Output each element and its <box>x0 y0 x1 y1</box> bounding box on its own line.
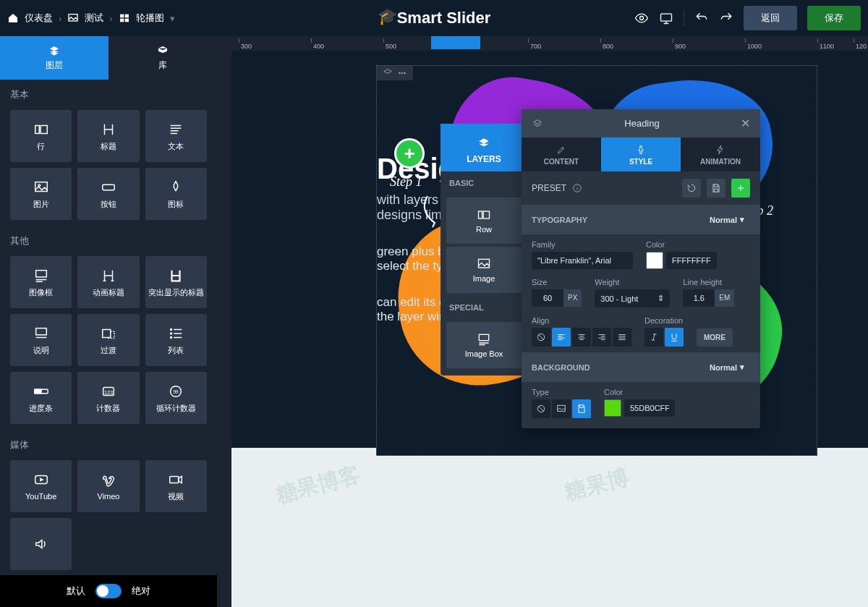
item-list[interactable]: 列表 <box>145 314 207 366</box>
tab-animation[interactable]: ANIMATION <box>681 137 760 171</box>
align-none-icon[interactable] <box>532 328 550 347</box>
align-label: Align <box>532 316 631 325</box>
popup-title: Heading <box>543 118 741 129</box>
position-toggle[interactable] <box>95 584 122 598</box>
item-circcounter[interactable]: 99循环计数器 <box>145 372 207 424</box>
align-right-icon[interactable] <box>592 328 611 347</box>
svg-rect-13 <box>35 328 46 335</box>
item-heading[interactable]: 标题 <box>77 110 139 162</box>
layers-panel-header[interactable]: LAYERS <box>441 124 527 171</box>
close-icon[interactable]: ✕ <box>741 116 750 130</box>
layer-item-row[interactable]: Row <box>446 198 522 244</box>
item-text[interactable]: 文本 <box>145 110 207 162</box>
svg-point-28 <box>404 72 406 74</box>
typography-state-select[interactable]: Normal ▾ <box>704 212 750 227</box>
weight-select[interactable]: 300 - Light⇕ <box>595 289 670 307</box>
svg-point-16 <box>171 333 172 334</box>
layers-special-section: SPECIAL <box>441 296 527 319</box>
panel-footer: 默认 绝对 <box>0 575 217 607</box>
family-label: Family <box>532 240 633 249</box>
tab-style[interactable]: STYLE <box>601 137 681 171</box>
section-other: 其他 <box>0 226 217 256</box>
item-counter[interactable]: 123计数器 <box>77 372 139 424</box>
topbar: 仪表盘 › 测试 › 轮播图 ▾ 🎓Smart Slider 返回 保存 <box>0 0 868 36</box>
italic-icon[interactable] <box>644 328 663 347</box>
reset-icon[interactable] <box>682 179 701 198</box>
svg-rect-2 <box>124 14 128 18</box>
color-swatch[interactable] <box>646 252 663 269</box>
item-button[interactable]: 按钮 <box>77 168 139 220</box>
align-justify-icon[interactable] <box>613 328 631 347</box>
bgcolor-input[interactable] <box>624 399 675 417</box>
slide[interactable]: 轮播图▾ Design with layers anddesigns limit… <box>376 65 817 456</box>
svg-text:99: 99 <box>174 389 179 394</box>
item-youtube[interactable]: YouTube <box>10 460 72 512</box>
info-icon[interactable] <box>572 183 582 193</box>
background-state-select[interactable]: Normal ▾ <box>704 360 750 375</box>
svg-text:123: 123 <box>104 389 113 396</box>
canvas[interactable]: 轮播图▾ Design with layers anddesigns limit… <box>231 51 868 448</box>
underline-icon[interactable] <box>665 328 684 347</box>
item-highlightheading[interactable]: 突出显示的标题 <box>145 256 207 308</box>
svg-rect-1 <box>120 14 124 18</box>
ruler-vertical <box>217 51 231 607</box>
background-label: BACKGROUND <box>532 363 590 372</box>
color-input[interactable] <box>666 252 717 269</box>
more-button[interactable]: MORE <box>697 328 733 347</box>
size-input[interactable] <box>532 289 563 307</box>
typography-label: TYPOGRAPHY <box>532 216 587 224</box>
app-logo: 🎓Smart Slider <box>378 9 491 27</box>
bg-color-icon[interactable] <box>572 399 591 418</box>
layer-item-imagebox[interactable]: Image Box <box>446 322 522 368</box>
item-imagebox[interactable]: 图像框 <box>10 256 72 308</box>
item-image[interactable]: 图片 <box>10 168 72 220</box>
item-transition[interactable]: 过渡 <box>77 314 139 366</box>
bgcolor-swatch[interactable] <box>604 399 621 417</box>
bg-image-icon[interactable] <box>552 399 571 418</box>
dots-icon[interactable] <box>397 68 407 78</box>
item-audio[interactable] <box>10 518 72 570</box>
svg-rect-8 <box>41 125 47 133</box>
align-left-icon[interactable] <box>552 328 571 347</box>
item-row[interactable]: 行 <box>10 110 72 162</box>
svg-rect-6 <box>661 14 672 21</box>
item-video[interactable]: 视频 <box>145 460 207 512</box>
breadcrumb-carousel[interactable]: 轮播图 <box>136 12 164 25</box>
save-preset-icon[interactable] <box>707 179 726 198</box>
dropdown-icon[interactable]: ▾ <box>170 13 175 24</box>
save-button[interactable]: 保存 <box>807 6 861 30</box>
svg-rect-19 <box>34 389 41 394</box>
layers-icon[interactable] <box>383 68 393 78</box>
align-center-icon[interactable] <box>572 328 591 347</box>
device-icon[interactable] <box>659 11 673 25</box>
section-basic: 基本 <box>0 80 217 110</box>
item-progress[interactable]: 进度条 <box>10 372 72 424</box>
breadcrumb-test[interactable]: 测试 <box>85 12 103 25</box>
family-input[interactable] <box>532 252 633 269</box>
lineheight-input[interactable] <box>683 289 715 307</box>
image-icon <box>67 12 79 24</box>
layer-item-image[interactable]: Image <box>446 247 522 293</box>
bg-none-icon[interactable] <box>532 399 550 418</box>
tab-library[interactable]: 库 <box>109 36 217 80</box>
add-layer-button[interactable]: + <box>394 138 425 169</box>
return-button[interactable]: 返回 <box>744 6 797 30</box>
item-icon[interactable]: 图标 <box>145 168 207 220</box>
svg-point-17 <box>171 337 172 339</box>
layers-icon[interactable] <box>532 119 543 129</box>
item-desc[interactable]: 说明 <box>10 314 72 366</box>
add-preset-button[interactable] <box>731 179 750 198</box>
svg-rect-12 <box>35 271 46 277</box>
item-vimeo[interactable]: Vimeo <box>77 460 139 512</box>
tab-content[interactable]: CONTENT <box>522 137 601 171</box>
main-area: 300 400 500 600 700 800 900 1000 1100 12… <box>217 36 868 607</box>
breadcrumb-dashboard[interactable]: 仪表盘 <box>25 12 53 25</box>
item-animheading[interactable]: 动画标题 <box>77 256 139 308</box>
preview-icon[interactable] <box>634 11 649 25</box>
svg-rect-36 <box>558 405 566 411</box>
home-icon[interactable] <box>7 12 19 24</box>
undo-icon[interactable] <box>694 11 709 25</box>
redo-icon[interactable] <box>719 11 733 25</box>
svg-rect-32 <box>479 334 488 340</box>
tab-layers[interactable]: 图层 <box>0 36 109 80</box>
